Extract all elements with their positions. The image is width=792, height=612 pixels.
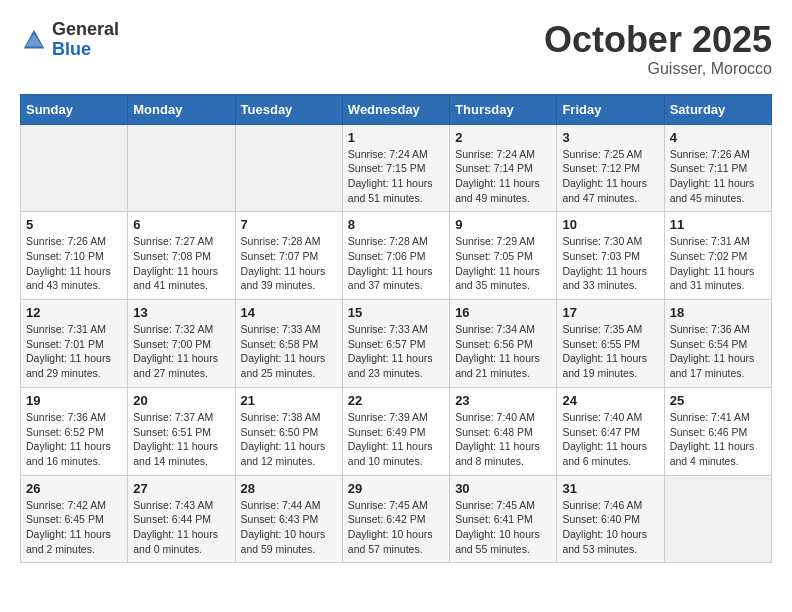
day-cell: 2Sunrise: 7:24 AMSunset: 7:14 PMDaylight… xyxy=(450,124,557,212)
day-info: Sunrise: 7:33 AMSunset: 6:57 PMDaylight:… xyxy=(348,322,444,381)
day-number: 12 xyxy=(26,305,122,320)
day-info: Sunrise: 7:35 AMSunset: 6:55 PMDaylight:… xyxy=(562,322,658,381)
day-number: 29 xyxy=(348,481,444,496)
day-number: 31 xyxy=(562,481,658,496)
day-cell: 20Sunrise: 7:37 AMSunset: 6:51 PMDayligh… xyxy=(128,387,235,475)
day-number: 25 xyxy=(670,393,766,408)
day-number: 21 xyxy=(241,393,337,408)
day-info: Sunrise: 7:34 AMSunset: 6:56 PMDaylight:… xyxy=(455,322,551,381)
day-number: 10 xyxy=(562,217,658,232)
header-tuesday: Tuesday xyxy=(235,94,342,124)
day-cell: 29Sunrise: 7:45 AMSunset: 6:42 PMDayligh… xyxy=(342,475,449,563)
day-number: 18 xyxy=(670,305,766,320)
day-info: Sunrise: 7:27 AMSunset: 7:08 PMDaylight:… xyxy=(133,234,229,293)
day-number: 19 xyxy=(26,393,122,408)
day-info: Sunrise: 7:32 AMSunset: 7:00 PMDaylight:… xyxy=(133,322,229,381)
day-info: Sunrise: 7:43 AMSunset: 6:44 PMDaylight:… xyxy=(133,498,229,557)
day-cell: 17Sunrise: 7:35 AMSunset: 6:55 PMDayligh… xyxy=(557,300,664,388)
day-cell: 4Sunrise: 7:26 AMSunset: 7:11 PMDaylight… xyxy=(664,124,771,212)
day-number: 26 xyxy=(26,481,122,496)
day-info: Sunrise: 7:31 AMSunset: 7:01 PMDaylight:… xyxy=(26,322,122,381)
day-info: Sunrise: 7:31 AMSunset: 7:02 PMDaylight:… xyxy=(670,234,766,293)
header-friday: Friday xyxy=(557,94,664,124)
day-number: 5 xyxy=(26,217,122,232)
day-info: Sunrise: 7:28 AMSunset: 7:06 PMDaylight:… xyxy=(348,234,444,293)
month-title: October 2025 xyxy=(544,20,772,60)
day-info: Sunrise: 7:24 AMSunset: 7:15 PMDaylight:… xyxy=(348,147,444,206)
day-number: 23 xyxy=(455,393,551,408)
week-row-2: 5Sunrise: 7:26 AMSunset: 7:10 PMDaylight… xyxy=(21,212,772,300)
day-number: 28 xyxy=(241,481,337,496)
day-cell: 5Sunrise: 7:26 AMSunset: 7:10 PMDaylight… xyxy=(21,212,128,300)
day-cell: 24Sunrise: 7:40 AMSunset: 6:47 PMDayligh… xyxy=(557,387,664,475)
day-info: Sunrise: 7:39 AMSunset: 6:49 PMDaylight:… xyxy=(348,410,444,469)
day-cell: 26Sunrise: 7:42 AMSunset: 6:45 PMDayligh… xyxy=(21,475,128,563)
day-number: 9 xyxy=(455,217,551,232)
day-number: 8 xyxy=(348,217,444,232)
week-row-1: 1Sunrise: 7:24 AMSunset: 7:15 PMDaylight… xyxy=(21,124,772,212)
day-cell: 22Sunrise: 7:39 AMSunset: 6:49 PMDayligh… xyxy=(342,387,449,475)
day-cell: 3Sunrise: 7:25 AMSunset: 7:12 PMDaylight… xyxy=(557,124,664,212)
logo: General Blue xyxy=(20,20,119,60)
day-number: 4 xyxy=(670,130,766,145)
day-cell: 31Sunrise: 7:46 AMSunset: 6:40 PMDayligh… xyxy=(557,475,664,563)
day-cell: 23Sunrise: 7:40 AMSunset: 6:48 PMDayligh… xyxy=(450,387,557,475)
page-header: General Blue October 2025 Guisser, Moroc… xyxy=(20,20,772,78)
day-info: Sunrise: 7:45 AMSunset: 6:41 PMDaylight:… xyxy=(455,498,551,557)
day-info: Sunrise: 7:45 AMSunset: 6:42 PMDaylight:… xyxy=(348,498,444,557)
day-number: 7 xyxy=(241,217,337,232)
week-row-3: 12Sunrise: 7:31 AMSunset: 7:01 PMDayligh… xyxy=(21,300,772,388)
svg-marker-1 xyxy=(26,33,43,46)
day-cell xyxy=(128,124,235,212)
day-cell xyxy=(235,124,342,212)
day-number: 24 xyxy=(562,393,658,408)
day-info: Sunrise: 7:24 AMSunset: 7:14 PMDaylight:… xyxy=(455,147,551,206)
day-cell: 28Sunrise: 7:44 AMSunset: 6:43 PMDayligh… xyxy=(235,475,342,563)
day-info: Sunrise: 7:44 AMSunset: 6:43 PMDaylight:… xyxy=(241,498,337,557)
day-cell: 27Sunrise: 7:43 AMSunset: 6:44 PMDayligh… xyxy=(128,475,235,563)
day-info: Sunrise: 7:42 AMSunset: 6:45 PMDaylight:… xyxy=(26,498,122,557)
day-number: 2 xyxy=(455,130,551,145)
day-info: Sunrise: 7:33 AMSunset: 6:58 PMDaylight:… xyxy=(241,322,337,381)
day-number: 16 xyxy=(455,305,551,320)
day-cell: 13Sunrise: 7:32 AMSunset: 7:00 PMDayligh… xyxy=(128,300,235,388)
day-cell: 6Sunrise: 7:27 AMSunset: 7:08 PMDaylight… xyxy=(128,212,235,300)
day-cell xyxy=(664,475,771,563)
day-info: Sunrise: 7:30 AMSunset: 7:03 PMDaylight:… xyxy=(562,234,658,293)
day-cell: 19Sunrise: 7:36 AMSunset: 6:52 PMDayligh… xyxy=(21,387,128,475)
day-number: 17 xyxy=(562,305,658,320)
day-info: Sunrise: 7:26 AMSunset: 7:11 PMDaylight:… xyxy=(670,147,766,206)
day-cell: 11Sunrise: 7:31 AMSunset: 7:02 PMDayligh… xyxy=(664,212,771,300)
calendar-table: SundayMondayTuesdayWednesdayThursdayFrid… xyxy=(20,94,772,564)
day-info: Sunrise: 7:36 AMSunset: 6:54 PMDaylight:… xyxy=(670,322,766,381)
day-cell: 15Sunrise: 7:33 AMSunset: 6:57 PMDayligh… xyxy=(342,300,449,388)
day-cell: 7Sunrise: 7:28 AMSunset: 7:07 PMDaylight… xyxy=(235,212,342,300)
logo-blue: Blue xyxy=(52,40,119,60)
header-saturday: Saturday xyxy=(664,94,771,124)
day-info: Sunrise: 7:36 AMSunset: 6:52 PMDaylight:… xyxy=(26,410,122,469)
day-info: Sunrise: 7:28 AMSunset: 7:07 PMDaylight:… xyxy=(241,234,337,293)
week-row-4: 19Sunrise: 7:36 AMSunset: 6:52 PMDayligh… xyxy=(21,387,772,475)
day-cell: 9Sunrise: 7:29 AMSunset: 7:05 PMDaylight… xyxy=(450,212,557,300)
day-info: Sunrise: 7:37 AMSunset: 6:51 PMDaylight:… xyxy=(133,410,229,469)
day-info: Sunrise: 7:25 AMSunset: 7:12 PMDaylight:… xyxy=(562,147,658,206)
day-cell: 14Sunrise: 7:33 AMSunset: 6:58 PMDayligh… xyxy=(235,300,342,388)
day-cell: 10Sunrise: 7:30 AMSunset: 7:03 PMDayligh… xyxy=(557,212,664,300)
day-cell xyxy=(21,124,128,212)
day-number: 30 xyxy=(455,481,551,496)
day-cell: 1Sunrise: 7:24 AMSunset: 7:15 PMDaylight… xyxy=(342,124,449,212)
location: Guisser, Morocco xyxy=(544,60,772,78)
day-info: Sunrise: 7:26 AMSunset: 7:10 PMDaylight:… xyxy=(26,234,122,293)
day-number: 22 xyxy=(348,393,444,408)
calendar-header-row: SundayMondayTuesdayWednesdayThursdayFrid… xyxy=(21,94,772,124)
day-cell: 8Sunrise: 7:28 AMSunset: 7:06 PMDaylight… xyxy=(342,212,449,300)
header-monday: Monday xyxy=(128,94,235,124)
day-info: Sunrise: 7:29 AMSunset: 7:05 PMDaylight:… xyxy=(455,234,551,293)
day-cell: 21Sunrise: 7:38 AMSunset: 6:50 PMDayligh… xyxy=(235,387,342,475)
day-number: 1 xyxy=(348,130,444,145)
day-cell: 30Sunrise: 7:45 AMSunset: 6:41 PMDayligh… xyxy=(450,475,557,563)
day-info: Sunrise: 7:41 AMSunset: 6:46 PMDaylight:… xyxy=(670,410,766,469)
day-info: Sunrise: 7:40 AMSunset: 6:48 PMDaylight:… xyxy=(455,410,551,469)
day-number: 27 xyxy=(133,481,229,496)
day-info: Sunrise: 7:38 AMSunset: 6:50 PMDaylight:… xyxy=(241,410,337,469)
